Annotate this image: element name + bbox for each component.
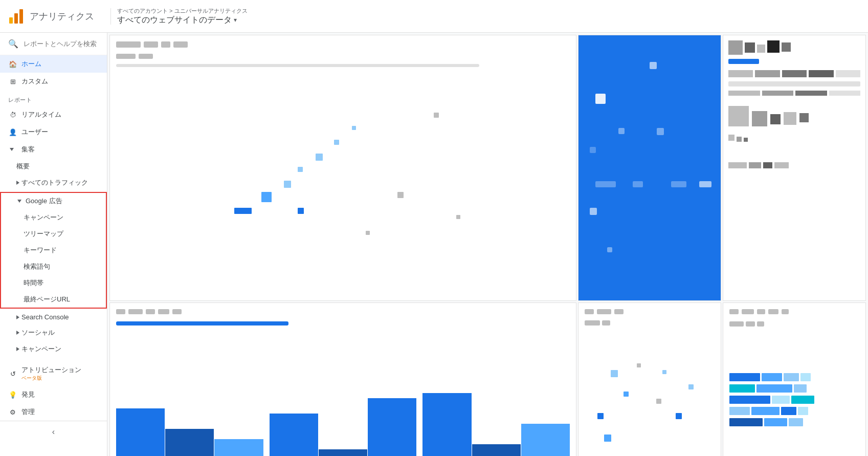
white-dot (657, 128, 664, 135)
pixel-block (745, 42, 755, 53)
pixel-block (757, 45, 765, 53)
bar-group-1 (116, 408, 263, 456)
sidebar-google-ads-header[interactable]: Google 広告 (1, 193, 106, 209)
expand-icon (17, 200, 21, 203)
sidebar-item-realtime[interactable]: ⏱ リアルタイム (0, 106, 107, 123)
scatter-dot (298, 208, 304, 214)
treemap-label: ツリーマップ (24, 229, 63, 238)
sidebar-campaign[interactable]: キャンペーン (0, 341, 107, 357)
colored-bar-row (729, 384, 859, 393)
sidebar-sub-alltraffic[interactable]: すべてのトラフィック (0, 175, 107, 191)
placeholder-block (768, 309, 778, 314)
sidebar-search-area[interactable]: 🔍 (0, 33, 107, 55)
campaign-label: キャンペーン (21, 344, 61, 354)
scatter-dot (284, 181, 291, 188)
sidebar-campaigns[interactable]: キャンペーン (1, 209, 106, 226)
large-pixel-area (728, 106, 860, 126)
sidebar-item-users[interactable]: 👤 ユーザー (0, 123, 107, 141)
bar-segment (764, 418, 787, 426)
bar (165, 429, 214, 456)
sidebar-search-console[interactable]: Search Console (0, 310, 107, 324)
person-icon: 👤 (8, 127, 17, 137)
sidebar-search-terms[interactable]: 検索語句 (1, 258, 106, 275)
sidebar-acquisition-label: 集客 (21, 145, 35, 154)
time-slots-label: 時間帯 (24, 278, 43, 288)
pixel-block (728, 91, 760, 96)
search-icon: 🔍 (8, 39, 18, 49)
attribution-icon: ↺ (8, 369, 17, 378)
chevron-right-icon (16, 181, 19, 185)
scatter-chart-2 (585, 328, 715, 456)
pixel-block (799, 113, 809, 122)
breadcrumb-main[interactable]: すべてのウェブサイトのデータ ▾ (117, 15, 248, 26)
sidebar-collapse-button[interactable]: ‹ (0, 421, 107, 443)
placeholder-block (602, 320, 610, 325)
pixel-area (728, 40, 860, 55)
sidebar-admin[interactable]: ⚙ 管理 (0, 403, 107, 421)
sidebar-discover[interactable]: 💡 発見 (0, 386, 107, 403)
placeholder-block (614, 309, 624, 314)
sidebar-item-custom[interactable]: ⊞ カスタム (0, 73, 107, 90)
placeholder-block (173, 41, 188, 48)
pixel-block (782, 42, 791, 52)
header-row-2 (585, 320, 715, 325)
sidebar-overview-label: 概要 (16, 162, 30, 171)
sidebar-sub-overview[interactable]: 概要 (0, 158, 107, 175)
pixel-block (784, 112, 796, 125)
lightbulb-icon: 💡 (8, 390, 17, 399)
admin-label: 管理 (21, 407, 35, 417)
scatter-dot (366, 231, 370, 235)
bar-group-3 (422, 393, 570, 456)
sidebar-item-acquisition[interactable]: 集客 (0, 141, 107, 158)
card-top-middle (578, 35, 721, 301)
chevron-down-icon (8, 145, 17, 154)
placeholder-block (116, 309, 125, 314)
pixel-block (782, 70, 807, 77)
pixel-block (809, 70, 833, 77)
white-dot (595, 181, 616, 187)
placeholder-block (597, 309, 611, 314)
bar-chart (116, 329, 570, 456)
bar-segment (762, 373, 782, 381)
home-icon: 🏠 (8, 59, 17, 69)
sidebar-alltraffic-label: すべてのトラフィック (21, 178, 88, 187)
card-top-right (723, 35, 866, 301)
sidebar-social[interactable]: ソーシャル (0, 324, 107, 341)
pixel-block (795, 91, 827, 96)
sidebar-treemap[interactable]: ツリーマップ (1, 226, 106, 242)
pixel-block (774, 162, 789, 168)
placeholder-block (746, 321, 755, 327)
sidebar-time-slots[interactable]: 時間帯 (1, 275, 106, 291)
clock-icon: ⏱ (8, 110, 17, 119)
card-bottom-left (109, 302, 576, 456)
search-input[interactable] (24, 40, 99, 48)
sidebar-keywords[interactable]: キーワード (1, 242, 106, 258)
svg-rect-2 (19, 9, 23, 24)
scatter-dot (234, 208, 252, 214)
scatter-dot (397, 192, 404, 198)
pixel-block (767, 40, 780, 53)
bar (422, 393, 471, 456)
bar-segment (794, 384, 807, 393)
sidebar-final-url[interactable]: 最終ページURL (1, 291, 106, 308)
sidebar-item-home[interactable]: 🏠 ホーム (0, 55, 107, 73)
scatter-dot (352, 126, 356, 130)
pixel-block (744, 138, 748, 142)
report-section-label: レポート (0, 90, 107, 106)
bar-segment (789, 418, 803, 426)
scatter-dot (611, 370, 618, 377)
grid-icon: ⊞ (8, 77, 17, 86)
scatter-chart (116, 67, 570, 294)
chart-header-4 (729, 309, 859, 314)
placeholder-block (172, 309, 182, 314)
gear-icon: ⚙ (8, 407, 17, 417)
breadcrumb[interactable]: すべてのアカウント > ユニバーサルアナリティクス すべてのウェブサイトのデータ… (117, 7, 248, 26)
white-dot (590, 147, 596, 153)
placeholder-block (742, 309, 754, 314)
white-dot (607, 247, 612, 252)
collapse-icon: ‹ (52, 427, 55, 437)
chevron-right-icon (16, 315, 19, 319)
bottom-pixel-area (728, 162, 860, 168)
sidebar-attribution[interactable]: ↺ アトリビューション ベータ版 (0, 361, 107, 386)
app-title: アナリティクス (30, 10, 94, 23)
